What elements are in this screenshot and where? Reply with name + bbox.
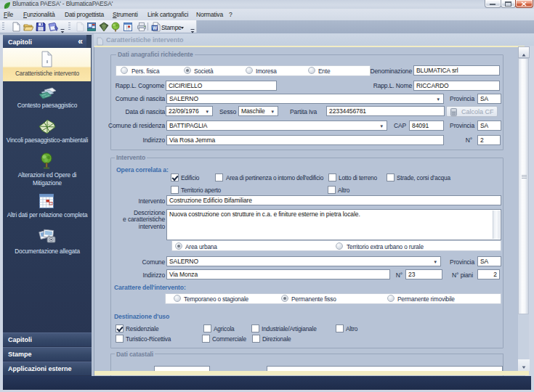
svg-text:W: W [153, 25, 158, 30]
